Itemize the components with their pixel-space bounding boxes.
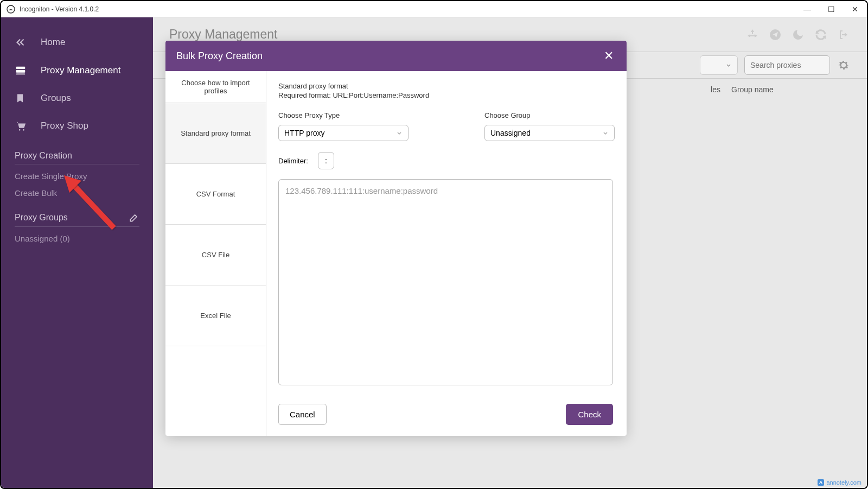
modal-tab-excel-file[interactable]: Excel File	[165, 285, 266, 346]
settings-icon[interactable]	[837, 58, 851, 72]
column-les: les	[710, 85, 731, 94]
svg-point-5	[23, 129, 24, 131]
moon-icon[interactable]	[791, 28, 805, 42]
sidebar-item-groups[interactable]: Groups	[1, 85, 153, 112]
column-group-name: Group name	[731, 85, 851, 94]
cancel-button[interactable]: Cancel	[278, 404, 327, 425]
modal-tab-header: Choose how to import profiles	[165, 71, 266, 103]
delimiter-input[interactable]	[318, 152, 334, 169]
svg-point-4	[19, 129, 21, 131]
format-heading: Standard proxy format	[278, 82, 615, 90]
logout-icon[interactable]	[837, 28, 851, 42]
app-icon	[7, 5, 15, 14]
sidebar-section-proxy-groups: Proxy Groups	[15, 207, 139, 227]
format-required: Required format: URL:Port:Username:Passw…	[278, 91, 615, 99]
proxy-type-select[interactable]: HTTP proxy	[278, 125, 409, 141]
sidebar-item-label: Proxy Management	[41, 65, 120, 76]
close-button[interactable]: ✕	[848, 5, 861, 14]
maximize-button[interactable]: ☐	[825, 5, 838, 14]
svg-rect-3	[16, 74, 25, 75]
proxy-textarea[interactable]	[278, 179, 613, 385]
bulk-proxy-modal: Bulk Proxy Creation ✕ Choose how to impo…	[165, 41, 627, 436]
modal-title: Bulk Proxy Creation	[176, 50, 263, 62]
svg-rect-2	[16, 70, 25, 73]
sidebar-sub-unassigned[interactable]: Unassigned (0)	[1, 230, 153, 247]
send-icon[interactable]	[768, 28, 782, 42]
collapse-icon	[15, 36, 31, 48]
proxy-type-label: Choose Proxy Type	[278, 111, 409, 119]
group-label: Choose Group	[484, 111, 615, 119]
sidebar-item-proxy-management[interactable]: Proxy Management	[1, 56, 153, 85]
modal-tab-csv-format[interactable]: CSV Format	[165, 164, 266, 225]
sidebar-item-proxy-shop[interactable]: Proxy Shop	[1, 112, 153, 140]
search-input[interactable]	[744, 55, 830, 75]
svg-text:A: A	[819, 480, 823, 485]
delimiter-label: Delimiter:	[278, 157, 308, 165]
server-icon	[15, 65, 31, 77]
bookmark-icon	[15, 93, 31, 104]
watermark: A annotely.com	[818, 479, 861, 486]
sidebar-sub-create-bulk[interactable]: Create Bulk	[1, 185, 153, 201]
window-title: Incogniton - Version 4.1.0.2	[20, 5, 801, 13]
main-area: Proxy Management	[153, 17, 867, 488]
sidebar-item-label: Proxy Shop	[41, 120, 88, 131]
minimize-button[interactable]: —	[801, 5, 814, 14]
page-title: Proxy Management	[169, 27, 277, 42]
sidebar-item-label: Groups	[41, 93, 71, 104]
sidebar: Home Proxy Management Groups Proxy Shop	[1, 17, 153, 488]
modal-tab-standard[interactable]: Standard proxy format	[165, 103, 266, 164]
cart-icon	[15, 120, 31, 132]
check-button[interactable]: Check	[566, 404, 613, 425]
recycle-icon[interactable]	[745, 28, 760, 42]
group-select[interactable]: Unassigned	[484, 125, 615, 141]
edit-icon[interactable]	[129, 212, 139, 223]
titlebar: Incogniton - Version 4.1.0.2 — ☐ ✕	[1, 1, 867, 17]
modal-tab-csv-file[interactable]: CSV File	[165, 225, 266, 285]
modal-close-button[interactable]: ✕	[602, 49, 616, 63]
sidebar-sub-create-single[interactable]: Create Single Proxy	[1, 168, 153, 185]
svg-rect-1	[16, 67, 25, 69]
sidebar-item-label: Home	[41, 37, 65, 48]
sidebar-section-proxy-creation: Proxy Creation	[15, 145, 139, 164]
filter-select[interactable]	[700, 55, 738, 75]
refresh-icon[interactable]	[814, 28, 828, 42]
sidebar-item-home[interactable]: Home	[1, 28, 153, 56]
